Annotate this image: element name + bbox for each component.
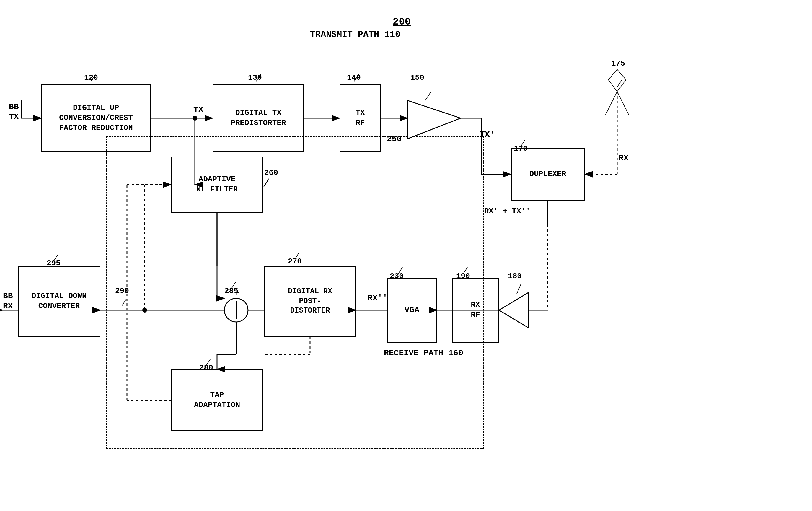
svg-line-61: [256, 75, 261, 81]
svg-line-72: [231, 282, 236, 289]
svg-line-28: [517, 284, 521, 294]
svg-line-66: [398, 267, 402, 274]
svg-line-62: [354, 75, 359, 81]
svg-line-16: [605, 91, 617, 115]
svg-line-21: [608, 69, 617, 80]
svg-line-70: [122, 299, 126, 306]
svg-line-19: [608, 80, 617, 91]
svg-line-22: [617, 69, 626, 80]
svg-line-63: [521, 140, 525, 147]
svg-line-71: [53, 255, 58, 261]
svg-line-67: [264, 179, 269, 187]
svg-marker-27: [499, 292, 528, 328]
svg-line-60: [91, 75, 95, 81]
svg-marker-10: [407, 101, 461, 139]
svg-line-69: [206, 359, 210, 366]
svg-line-65: [463, 267, 467, 274]
svg-text:+: +: [234, 289, 239, 298]
svg-line-17: [617, 91, 629, 115]
svg-line-68: [295, 253, 299, 259]
svg-line-20: [617, 80, 626, 91]
svg-point-44: [193, 116, 197, 120]
diagram: 200 TRANSMIT PATH 110 DIGITAL UPCONVERSI…: [0, 0, 812, 511]
svg-line-11: [425, 91, 431, 101]
diagram-svg: +: [0, 0, 812, 511]
